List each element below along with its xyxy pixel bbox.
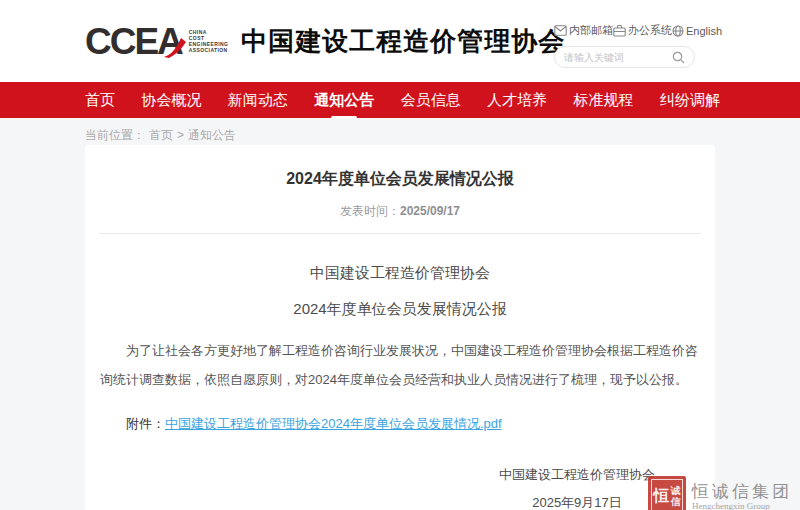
header-utilities: 内部邮箱 办公系统 English (554, 23, 695, 68)
nav-item-news[interactable]: 新闻动态 (228, 85, 288, 116)
article-signature: 中国建设工程造价管理协会 2025年9月17日 (85, 461, 715, 510)
attachment-label: 附件： (126, 416, 165, 431)
nav-item-notices[interactable]: 通知公告 (314, 85, 374, 116)
hengchengxin-watermark: 恒 诚 信 恒诚信集团 Hengchengxin Group (648, 476, 792, 510)
utility-link-english[interactable]: English (672, 25, 722, 37)
main-nav: 首页 协会概况 新闻动态 通知公告 会员信息 人才培养 标准规程 纠纷调解 (0, 82, 800, 118)
publish-date: 2025/09/17 (400, 204, 460, 218)
ccea-logo[interactable]: CCEA CHINA COST ENGINEERING ASSOCIATION (85, 23, 228, 60)
article-heading-line1: 中国建设工程造价管理协会 (85, 264, 715, 283)
ccea-logo-text: CCEA (85, 23, 182, 60)
title-divider (99, 233, 701, 234)
site-title: 中国建设工程造价管理协会 (241, 24, 565, 59)
nav-item-home[interactable]: 首页 (85, 85, 115, 116)
signature-date: 2025年9月17日 (499, 489, 655, 510)
article-publish-time: 发表时间：2025/09/17 (85, 203, 715, 220)
breadcrumb-home[interactable]: 首页 (149, 127, 173, 144)
article-card: 2024年度单位会员发展情况公报 发表时间：2025/09/17 中国建设工程造… (85, 145, 715, 510)
utility-link-mail[interactable]: 内部邮箱 (554, 23, 613, 38)
utility-links: 内部邮箱 办公系统 English (554, 23, 695, 38)
utility-link-office[interactable]: 办公系统 (613, 23, 672, 38)
nav-item-members[interactable]: 会员信息 (401, 85, 461, 116)
nav-item-standards[interactable]: 标准规程 (574, 85, 634, 116)
article-paragraph: 为了让社会各方更好地了解工程造价咨询行业发展状况，中国建设工程造价管理协会根据工… (100, 336, 700, 394)
breadcrumb: 当前位置： 首页 > 通知公告 (85, 126, 800, 144)
nav-item-mediation[interactable]: 纠纷调解 (660, 85, 720, 116)
breadcrumb-prefix: 当前位置： (85, 127, 145, 144)
signature-name: 中国建设工程造价管理协会 (499, 461, 655, 489)
breadcrumb-current[interactable]: 通知公告 (188, 127, 236, 144)
article-title: 2024年度单位会员发展情况公报 (85, 169, 715, 190)
search-input[interactable] (564, 52, 672, 63)
nav-item-about[interactable]: 协会概况 (141, 85, 201, 116)
hengchengxin-seal-icon: 恒 诚 信 (648, 476, 686, 510)
logo-red-swoosh-icon (163, 36, 187, 60)
nav-item-training[interactable]: 人才培养 (487, 85, 547, 116)
watermark-name-en: Hengchengxin Group (692, 501, 792, 510)
search-icon[interactable] (672, 51, 685, 64)
main-nav-items: 首页 协会概况 新闻动态 通知公告 会员信息 人才培养 标准规程 纠纷调解 (85, 85, 720, 116)
ccea-logo-subtext: CHINA COST ENGINEERING ASSOCIATION (189, 29, 228, 53)
publish-label: 发表时间： (340, 204, 400, 218)
watermark-name-cn: 恒诚信集团 (692, 482, 792, 501)
office-icon (613, 25, 626, 37)
attachment-pdf-link[interactable]: 中国建设工程造价管理协会2024年度单位会员发展情况.pdf (165, 416, 502, 431)
attachment-row: 附件：中国建设工程造价管理协会2024年度单位会员发展情况.pdf (100, 415, 700, 433)
mail-icon (554, 25, 567, 36)
breadcrumb-separator: > (177, 128, 184, 142)
site-header: CCEA CHINA COST ENGINEERING ASSOCIATION … (0, 0, 800, 82)
article-heading-line2: 2024年度单位会员发展情况公报 (85, 300, 715, 319)
globe-icon (672, 25, 684, 37)
search-box (554, 46, 695, 68)
